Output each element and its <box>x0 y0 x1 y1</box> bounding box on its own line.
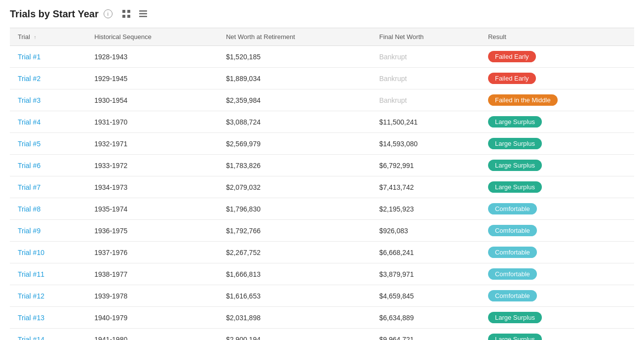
result-badge: Failed in the Middle <box>488 94 558 106</box>
cell-final-net-worth: $9,964,721 <box>371 329 480 340</box>
result-badge: Comfortable <box>488 290 537 301</box>
table-row: Trial #121939-1978$1,616,653$4,659,845Co… <box>10 285 634 307</box>
cell-final-net-worth: Bankrupt <box>371 46 480 68</box>
cell-net-worth-retirement: $1,792,766 <box>218 220 372 242</box>
cell-net-worth-retirement: $2,267,752 <box>218 242 372 263</box>
result-badge: Large Surplus <box>488 138 542 149</box>
table-row: Trial #131940-1979$2,031,898$6,634,889La… <box>10 307 634 329</box>
list-view-button[interactable] <box>136 8 150 20</box>
result-badge: Large Surplus <box>488 160 542 171</box>
cell-historical-sequence: 1934-1973 <box>86 176 218 198</box>
table-row: Trial #141941-1980$2,900,194$9,964,721La… <box>10 329 634 340</box>
cell-trial: Trial #11 <box>10 263 86 285</box>
cell-historical-sequence: 1931-1970 <box>86 111 218 133</box>
cell-historical-sequence: 1935-1974 <box>86 198 218 220</box>
cell-net-worth-retirement: $2,031,898 <box>218 307 372 329</box>
table-row: Trial #31930-1954$2,359,984BankruptFaile… <box>10 89 634 111</box>
cell-historical-sequence: 1937-1976 <box>86 242 218 263</box>
cell-result: Failed in the Middle <box>480 89 634 111</box>
cell-result: Large Surplus <box>480 111 634 133</box>
trial-link[interactable]: Trial #1 <box>18 53 40 61</box>
cell-trial: Trial #4 <box>10 111 86 133</box>
table-row: Trial #61933-1972$1,783,826$6,792,991Lar… <box>10 155 634 176</box>
cell-trial: Trial #1 <box>10 46 86 68</box>
trial-link[interactable]: Trial #11 <box>18 270 44 278</box>
cell-historical-sequence: 1941-1980 <box>86 329 218 340</box>
cell-final-net-worth: $6,634,889 <box>371 307 480 329</box>
col-header-final-net-worth: Final Net Worth <box>371 28 480 46</box>
trial-link[interactable]: Trial #7 <box>18 183 40 191</box>
cell-trial: Trial #2 <box>10 68 86 89</box>
cell-historical-sequence: 1928-1943 <box>86 46 218 68</box>
cell-result: Large Surplus <box>480 329 634 340</box>
result-badge: Failed Early <box>488 73 536 84</box>
cell-net-worth-retirement: $1,666,813 <box>218 263 372 285</box>
result-badge: Comfortable <box>488 203 537 214</box>
cell-trial: Trial #10 <box>10 242 86 263</box>
svg-rect-3 <box>127 15 130 18</box>
result-badge: Large Surplus <box>488 116 542 128</box>
cell-historical-sequence: 1938-1977 <box>86 263 218 285</box>
table-row: Trial #111938-1977$1,666,813$3,879,971Co… <box>10 263 634 285</box>
svg-rect-1 <box>127 10 130 13</box>
result-badge: Comfortable <box>488 225 537 236</box>
col-header-historical-sequence: Historical Sequence <box>86 28 218 46</box>
svg-rect-5 <box>139 13 147 15</box>
cell-final-net-worth: $3,879,971 <box>371 263 480 285</box>
result-badge: Large Surplus <box>488 181 542 193</box>
trial-link[interactable]: Trial #6 <box>18 162 40 170</box>
svg-rect-2 <box>122 15 125 18</box>
cell-result: Comfortable <box>480 198 634 220</box>
trial-link[interactable]: Trial #13 <box>18 314 44 322</box>
header: Trials by Start Year i <box>10 8 634 20</box>
grid-icon <box>121 9 131 19</box>
info-icon[interactable]: i <box>104 9 113 18</box>
trial-link[interactable]: Trial #9 <box>18 227 40 235</box>
grid-view-button[interactable] <box>119 8 133 20</box>
cell-trial: Trial #7 <box>10 176 86 198</box>
cell-final-net-worth: $11,500,241 <box>371 111 480 133</box>
bankrupt-label: Bankrupt <box>379 53 407 61</box>
trial-link[interactable]: Trial #12 <box>18 292 44 300</box>
cell-net-worth-retirement: $2,569,979 <box>218 133 372 155</box>
cell-historical-sequence: 1933-1972 <box>86 155 218 176</box>
trial-link[interactable]: Trial #14 <box>18 336 44 340</box>
page-container: Trials by Start Year i <box>0 0 644 340</box>
cell-historical-sequence: 1929-1945 <box>86 68 218 89</box>
cell-result: Comfortable <box>480 242 634 263</box>
col-header-net-worth-retirement: Net Worth at Retirement <box>218 28 372 46</box>
result-badge: Comfortable <box>488 247 537 258</box>
col-header-result: Result <box>480 28 634 46</box>
col-header-trial[interactable]: Trial ↑ <box>10 28 86 46</box>
trials-table: Trial ↑ Historical Sequence Net Worth at… <box>10 28 634 340</box>
result-badge: Large Surplus <box>488 334 542 340</box>
cell-result: Comfortable <box>480 220 634 242</box>
trial-link[interactable]: Trial #3 <box>18 96 40 104</box>
trial-link[interactable]: Trial #8 <box>18 205 40 213</box>
trial-link[interactable]: Trial #4 <box>18 118 40 126</box>
list-icon <box>138 9 148 19</box>
cell-net-worth-retirement: $2,359,984 <box>218 89 372 111</box>
trial-link[interactable]: Trial #5 <box>18 140 40 148</box>
cell-trial: Trial #13 <box>10 307 86 329</box>
cell-trial: Trial #3 <box>10 89 86 111</box>
cell-result: Large Surplus <box>480 133 634 155</box>
table-row: Trial #11928-1943$1,520,185BankruptFaile… <box>10 46 634 68</box>
trial-link[interactable]: Trial #2 <box>18 75 40 83</box>
table-row: Trial #51932-1971$2,569,979$14,593,080La… <box>10 133 634 155</box>
bankrupt-label: Bankrupt <box>379 96 407 104</box>
cell-result: Failed Early <box>480 46 634 68</box>
trial-link[interactable]: Trial #10 <box>18 249 44 256</box>
cell-net-worth-retirement: $1,616,653 <box>218 285 372 307</box>
cell-result: Failed Early <box>480 68 634 89</box>
cell-trial: Trial #8 <box>10 198 86 220</box>
cell-historical-sequence: 1932-1971 <box>86 133 218 155</box>
cell-historical-sequence: 1936-1975 <box>86 220 218 242</box>
cell-result: Large Surplus <box>480 176 634 198</box>
bankrupt-label: Bankrupt <box>379 75 407 83</box>
cell-historical-sequence: 1939-1978 <box>86 285 218 307</box>
cell-trial: Trial #5 <box>10 133 86 155</box>
cell-net-worth-retirement: $2,900,194 <box>218 329 372 340</box>
cell-final-net-worth: $14,593,080 <box>371 133 480 155</box>
result-badge: Comfortable <box>488 268 537 280</box>
